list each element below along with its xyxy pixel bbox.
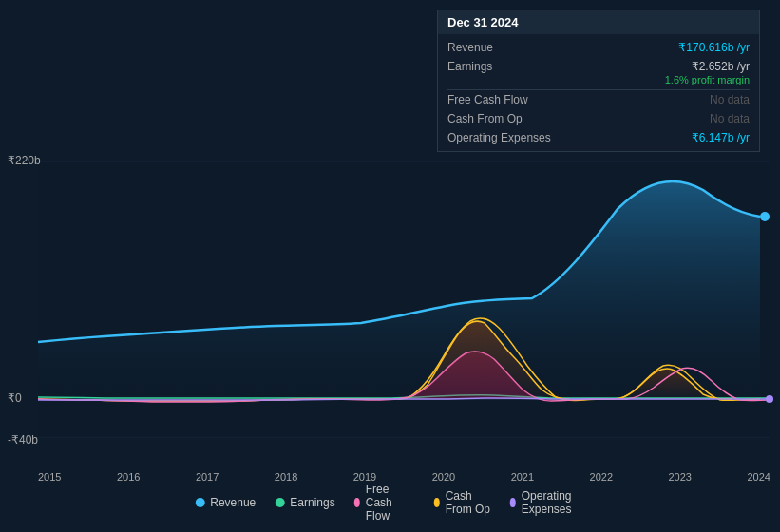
tooltip-label-earnings: Earnings — [447, 60, 561, 73]
x-label-2017: 2017 — [196, 471, 219, 483]
legend-dot-earnings — [275, 498, 284, 507]
tooltip-value-revenue: ₹170.616b /yr — [678, 41, 750, 54]
x-label-2023: 2023 — [669, 471, 692, 483]
legend-dot-cashfromop — [434, 498, 440, 507]
x-label-2022: 2022 — [590, 471, 613, 483]
tooltip-label-fcf: Free Cash Flow — [447, 93, 561, 106]
legend-label-earnings: Earnings — [290, 496, 334, 509]
tooltip-body: Revenue ₹170.616b /yr Earnings ₹2.652b /… — [438, 34, 759, 151]
x-label-2018: 2018 — [275, 471, 297, 483]
tooltip-header: Dec 31 2024 — [438, 10, 759, 34]
x-label-2019: 2019 — [353, 471, 376, 483]
y-label-top: ₹220b — [8, 154, 41, 167]
tooltip-label-revenue: Revenue — [447, 41, 561, 54]
y-label-zero: ₹0 — [8, 391, 22, 405]
tooltip-row-revenue: Revenue ₹170.616b /yr — [438, 38, 759, 57]
legend-dot-fcf — [354, 498, 360, 507]
chart-legend: Revenue Earnings Free Cash Flow Cash Fro… — [195, 483, 585, 522]
x-label-2020: 2020 — [432, 471, 455, 483]
svg-point-7 — [766, 395, 773, 403]
legend-item-fcf[interactable]: Free Cash Flow — [354, 483, 415, 522]
tooltip-value-cashfromop: No data — [710, 112, 750, 125]
tooltip-row-opex: Operating Expenses ₹6.147b /yr — [438, 128, 759, 147]
legend-dot-revenue — [195, 498, 204, 507]
chart-container: ₹220b ₹0 -₹40b 2015 2016 2017 2018 2019 … — [0, 0, 780, 532]
tooltip-value-opex: ₹6.147b /yr — [692, 131, 750, 144]
legend-item-cashfromop[interactable]: Cash From Op — [434, 489, 491, 516]
profit-margin: 1.6% profit margin — [665, 74, 750, 86]
x-label-2021: 2021 — [511, 471, 534, 483]
tooltip-row-fcf: Free Cash Flow No data — [438, 90, 759, 109]
x-label-2016: 2016 — [117, 471, 140, 483]
legend-label-opex: Operating Expenses — [522, 489, 585, 516]
legend-item-revenue[interactable]: Revenue — [195, 496, 256, 509]
legend-item-earnings[interactable]: Earnings — [275, 496, 334, 509]
x-label-2015: 2015 — [38, 471, 61, 483]
tooltip-value-earnings: ₹2.652b /yr 1.6% profit margin — [665, 60, 750, 86]
data-tooltip: Dec 31 2024 Revenue ₹170.616b /yr Earnin… — [437, 10, 760, 152]
earnings-value: ₹2.652b /yr — [692, 60, 750, 73]
x-axis: 2015 2016 2017 2018 2019 2020 2021 2022 … — [38, 471, 770, 483]
legend-dot-opex — [510, 498, 516, 507]
x-label-2024: 2024 — [747, 471, 770, 483]
legend-label-cashfromop: Cash From Op — [446, 489, 491, 516]
svg-point-6 — [760, 212, 770, 221]
y-label-bottom: -₹40b — [8, 433, 38, 446]
tooltip-label-cashfromop: Cash From Op — [447, 112, 561, 125]
legend-item-opex[interactable]: Operating Expenses — [510, 489, 585, 516]
legend-label-revenue: Revenue — [210, 496, 256, 509]
tooltip-row-cashfromop: Cash From Op No data — [438, 109, 759, 128]
legend-label-fcf: Free Cash Flow — [366, 483, 415, 522]
tooltip-value-fcf: No data — [710, 93, 750, 106]
tooltip-label-opex: Operating Expenses — [447, 131, 561, 144]
tooltip-row-earnings: Earnings ₹2.652b /yr 1.6% profit margin — [438, 57, 759, 89]
